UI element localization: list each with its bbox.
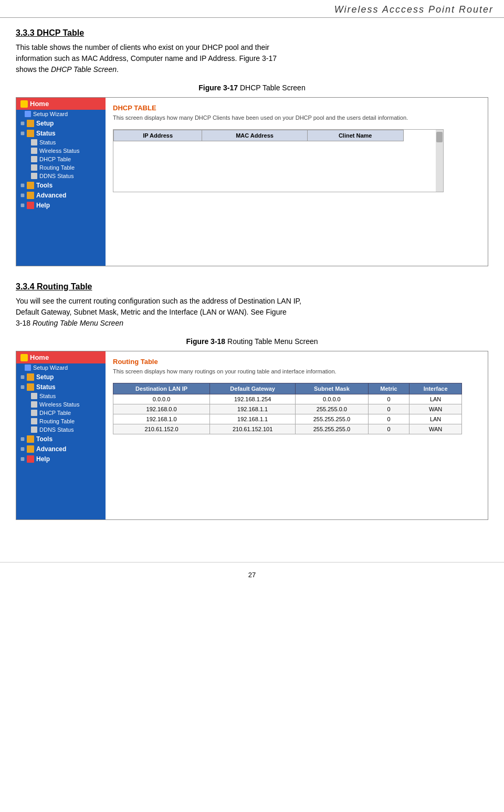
routing-col-dest: Destination LAN IP — [113, 383, 210, 394]
expand-icon: ⊞ — [20, 121, 25, 126]
table-row: 192.168.0.0192.168.1.1255.255.0.00WAN — [113, 404, 462, 414]
routing-sidebar-wireless-label: Wireless Status — [39, 401, 79, 408]
section-333-body: This table shows the number of clients w… — [16, 42, 488, 75]
sidebar-item-ddns-label: DDNS Status — [39, 173, 74, 179]
routing-sidebar-dhcp-label: DHCP Table — [39, 410, 71, 416]
routing-expand-icon: ⊞ — [20, 374, 25, 380]
page-footer: 27 — [0, 562, 504, 584]
routing-col-gw: Default Gateway — [210, 383, 296, 394]
routing-sidebar-item-setup-wizard[interactable]: Setup Wizard — [16, 363, 106, 372]
routing-sidebar-ddns-label: DDNS Status — [39, 426, 74, 433]
page-header: Wireless Acccess Point Router — [0, 0, 504, 18]
sidebar-item-wireless-status[interactable]: Wireless Status — [16, 147, 106, 155]
dhcp-scrollbox-inner: IP Address MAC Address Clinet Name — [113, 130, 443, 192]
sidebar-group-setup[interactable]: ⊞ Setup — [16, 118, 106, 128]
routing-sidebar-item-ddns[interactable]: DDNS Status — [16, 425, 106, 434]
setup-wizard-icon — [25, 111, 31, 117]
section-334-line3a: 3-18 — [16, 319, 33, 327]
sidebar-item-setup-wizard[interactable]: Setup Wizard — [16, 110, 106, 118]
sidebar-group-help-label: Help — [36, 202, 50, 209]
routing-ddns-icon — [31, 426, 37, 433]
sidebar-group-advanced[interactable]: ⊞ Advanced — [16, 190, 106, 200]
routing-panel-desc: This screen displays how many routings o… — [113, 368, 480, 376]
routing-expand-icon-advanced: ⊞ — [20, 446, 25, 452]
dhcp-panel-desc: This screen displays how many DHCP Clien… — [113, 114, 480, 122]
dhcp-sidebar-home-label: Home — [30, 100, 49, 108]
routing-expand-icon-help: ⊞ — [20, 456, 25, 462]
routing-home-icon — [20, 354, 28, 361]
routing-sidebar-item-wireless[interactable]: Wireless Status — [16, 400, 106, 409]
figure-17-rest: DHCP Table Screen — [238, 84, 306, 92]
dhcp-scrollbox[interactable]: IP Address MAC Address Clinet Name — [113, 129, 444, 192]
routing-status-folder-icon — [27, 383, 34, 391]
sidebar-group-help[interactable]: ⊞ Help — [16, 200, 106, 210]
ddns-icon — [31, 173, 37, 179]
header-title: Wireless Acccess Point Router — [334, 4, 494, 15]
section-334-body: You will see the current routing configu… — [16, 296, 488, 329]
section-334-title: 3.3.4 Routing Table — [16, 282, 488, 292]
sidebar-item-status[interactable]: Status — [16, 138, 106, 147]
table-row: 210.61.152.0210.61.152.101255.255.255.00… — [113, 424, 462, 434]
dhcp-table-icon — [31, 156, 37, 162]
sidebar-item-status-label: Status — [39, 139, 56, 145]
dhcp-sidebar: Home Setup Wizard ⊞ Setup ⊞ Status Statu… — [16, 98, 106, 266]
routing-sidebar-item-status[interactable]: Status — [16, 392, 106, 400]
section-333-line3b: . — [117, 65, 119, 74]
dhcp-sidebar-home[interactable]: Home — [16, 98, 106, 110]
routing-wireless-icon — [31, 401, 37, 408]
routing-sidebar: Home Setup Wizard ⊞ Setup ⊞ Status Statu… — [16, 351, 106, 519]
page-number: 27 — [248, 571, 256, 579]
routing-table: Destination LAN IP Default Gateway Subne… — [113, 383, 462, 434]
sidebar-item-setup-wizard-label: Setup Wizard — [33, 111, 68, 117]
table-row: 0.0.0.0192.168.1.2540.0.0.00LAN — [113, 394, 462, 404]
sidebar-item-dhcp-table[interactable]: DHCP Table — [16, 155, 106, 163]
routing-sidebar-home[interactable]: Home — [16, 351, 106, 363]
routing-sidebar-group-setup[interactable]: ⊞ Setup — [16, 372, 106, 382]
routing-table-icon — [31, 164, 37, 171]
routing-sidebar-routing-label: Routing Table — [39, 418, 75, 424]
routing-expand-icon-tools: ⊞ — [20, 436, 25, 442]
routing-setup-wizard-icon — [25, 365, 31, 371]
dhcp-scrollbar[interactable] — [436, 130, 443, 192]
routing-sidebar-group-advanced[interactable]: ⊞ Advanced — [16, 444, 106, 454]
sidebar-group-status-label: Status — [36, 130, 56, 137]
sidebar-group-status[interactable]: ⊞ Status — [16, 128, 106, 138]
routing-col-mask: Subnet Mask — [296, 383, 369, 394]
routing-sidebar-setup-wizard-label: Setup Wizard — [33, 365, 68, 371]
figure-17-caption: Figure 3-17 DHCP Table Screen — [16, 84, 488, 92]
expand-icon-status: ⊞ — [20, 131, 25, 136]
routing-sidebar-home-label: Home — [30, 353, 49, 361]
sidebar-group-tools[interactable]: ⊞ Tools — [16, 180, 106, 190]
routing-expand-icon-status: ⊞ — [20, 384, 25, 390]
routing-col-iface: Interface — [410, 383, 462, 394]
routing-sidebar-group-status[interactable]: ⊞ Status — [16, 382, 106, 392]
sidebar-item-wireless-label: Wireless Status — [39, 148, 79, 154]
routing-sidebar-group-tools[interactable]: ⊞ Tools — [16, 434, 106, 444]
status-folder-icon — [27, 130, 34, 137]
dhcp-content: IP Address MAC Address Clinet Name — [113, 130, 436, 192]
tools-folder-icon — [27, 182, 34, 189]
routing-setup-folder-icon — [27, 373, 34, 381]
setup-folder-icon — [27, 120, 34, 127]
routing-status-icon — [31, 393, 37, 399]
dhcp-screenshot: Home Setup Wizard ⊞ Setup ⊞ Status Statu… — [16, 97, 488, 266]
dhcp-panel-title: DHCP TABLE — [113, 104, 480, 112]
routing-sidebar-item-routing-table[interactable]: Routing Table — [16, 417, 106, 425]
section-333-title: 3.3.3 DHCP Table — [16, 28, 488, 38]
figure-18-caption: Figure 3-18 Routing Table Menu Screen — [16, 337, 488, 346]
wireless-status-icon — [31, 148, 37, 154]
dhcp-scrollbar-thumb — [436, 132, 443, 142]
sidebar-item-ddns-status[interactable]: DDNS Status — [16, 172, 106, 180]
routing-sidebar-group-help[interactable]: ⊞ Help — [16, 454, 106, 464]
routing-advanced-folder-icon — [27, 445, 34, 453]
routing-sidebar-advanced-label: Advanced — [36, 445, 66, 453]
advanced-folder-icon — [27, 192, 34, 199]
routing-routing-icon — [31, 418, 37, 424]
sidebar-item-dhcp-label: DHCP Table — [39, 156, 71, 162]
section-333-italic: DHCP Table Screen — [51, 65, 117, 74]
content-area: 3.3.3 DHCP Table This table shows the nu… — [0, 18, 504, 557]
dhcp-table: IP Address MAC Address Clinet Name — [113, 130, 404, 141]
sidebar-item-routing-table[interactable]: Routing Table — [16, 163, 106, 172]
figure-17-bold: Figure 3-17 — [198, 84, 238, 92]
routing-sidebar-item-dhcp-table[interactable]: DHCP Table — [16, 409, 106, 417]
